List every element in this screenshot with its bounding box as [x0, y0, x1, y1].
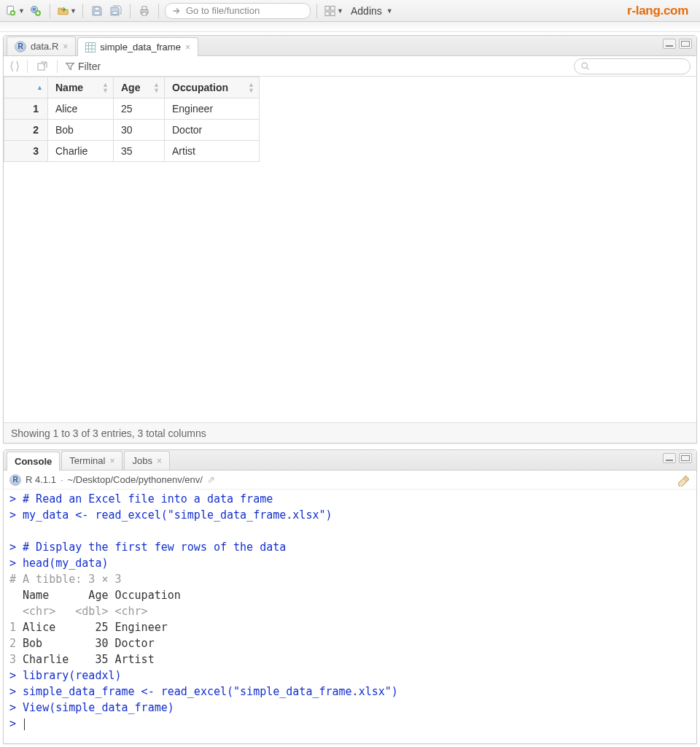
status-text: Showing 1 to 3 of 3 entries, 3 total col… — [11, 427, 206, 439]
new-project-button[interactable]: R — [28, 3, 44, 19]
sort-asc-icon: ▲ — [36, 85, 43, 90]
tab-label: simple_data_frame — [100, 42, 181, 53]
goto-file-function-input[interactable]: Go to file/function — [165, 3, 311, 19]
tab-label: data.R — [31, 41, 58, 52]
popout-button[interactable] — [35, 58, 50, 74]
separator — [27, 60, 28, 73]
source-tabs: R data.R × simple_data_frame × — [4, 36, 696, 56]
nav-arrows: ⟨ ⟩ — [9, 59, 20, 73]
pane-controls — [663, 39, 692, 49]
separator — [82, 4, 83, 18]
data-viewer-status: Showing 1 to 3 of 3 entries, 3 total col… — [4, 422, 696, 443]
console-tabs: Console Terminal × Jobs × — [4, 450, 696, 471]
sort-desc-icon: ▼ — [248, 88, 254, 93]
console-output[interactable]: > # Read an Excel file into a data frame… — [4, 489, 696, 743]
main-toolbar: ▼ R ▼ Go to file/function ▼ Addins ▼ r-l… — [0, 0, 700, 22]
save-button[interactable] — [89, 3, 105, 19]
goto-placeholder: Go to file/function — [186, 5, 260, 16]
tab-label: Console — [15, 456, 52, 467]
svg-rect-5 — [94, 12, 100, 15]
r-icon: R — [9, 474, 21, 486]
print-button[interactable] — [136, 3, 152, 19]
table-row[interactable]: 3Charlie35Artist — [4, 141, 260, 162]
console-path-bar: R R 4.1.1 · ~/Desktop/Code/pythonenv/env… — [4, 471, 696, 489]
save-all-button[interactable] — [108, 3, 124, 19]
pane-controls — [663, 453, 692, 463]
svg-rect-20 — [38, 63, 44, 70]
column-label: Name — [55, 82, 83, 93]
svg-rect-11 — [325, 6, 330, 10]
data-viewer-search[interactable] — [574, 58, 691, 74]
clear-console-button[interactable] — [676, 473, 689, 489]
cell-name: Charlie — [48, 141, 114, 162]
data-table[interactable]: ▲ Name ▲▼ Age ▲▼ Occupation ▲▼ — [4, 77, 696, 422]
tab-label: Jobs — [132, 455, 152, 466]
cell-occupation: Artist — [165, 141, 260, 162]
separator — [50, 4, 50, 18]
cell-age: 25 — [114, 98, 165, 120]
maximize-pane-button[interactable] — [679, 39, 692, 49]
maximize-pane-button[interactable] — [679, 453, 692, 463]
separator-dot: · — [61, 474, 63, 485]
data-frame-icon — [85, 42, 96, 53]
column-header-name[interactable]: Name ▲▼ — [48, 77, 114, 98]
close-icon[interactable]: × — [157, 456, 162, 466]
cell-age: 35 — [114, 141, 165, 162]
close-icon[interactable]: × — [109, 456, 114, 466]
tab-console[interactable]: Console — [7, 452, 60, 471]
row-number-header[interactable]: ▲ — [4, 77, 48, 98]
nav-forward-button[interactable]: ⟩ — [15, 59, 20, 73]
separator — [158, 4, 159, 18]
close-icon[interactable]: × — [185, 42, 190, 53]
row-number: 1 — [4, 98, 48, 120]
svg-rect-14 — [330, 11, 335, 15]
tab-jobs[interactable]: Jobs × — [124, 451, 169, 470]
r-file-icon: R — [15, 41, 26, 53]
sort-desc-icon: ▼ — [102, 88, 109, 93]
new-file-button[interactable]: ▼ — [4, 3, 25, 19]
separator — [57, 60, 58, 73]
svg-rect-15 — [86, 42, 96, 52]
grid-view-button[interactable]: ▼ — [323, 3, 343, 19]
r-version: R 4.1.1 — [26, 474, 56, 485]
svg-rect-13 — [325, 11, 330, 15]
brand-label: r-lang.com — [627, 4, 688, 18]
wd-popout-icon[interactable]: ⇗ — [207, 474, 215, 485]
toolbar-strip — [0, 22, 700, 32]
tab-label: Terminal — [69, 455, 105, 466]
minimize-pane-button[interactable] — [663, 39, 676, 49]
column-header-age[interactable]: Age ▲▼ — [114, 77, 165, 98]
separator — [316, 4, 317, 18]
svg-rect-9 — [142, 7, 147, 9]
row-number: 2 — [4, 120, 48, 141]
minimize-pane-button[interactable] — [663, 453, 676, 463]
tab-data-r[interactable]: R data.R × — [7, 36, 76, 55]
source-pane: R data.R × simple_data_frame × ⟨ ⟩ Filte — [3, 35, 697, 444]
filter-button[interactable]: Filter — [65, 61, 101, 72]
column-header-occupation[interactable]: Occupation ▲▼ — [165, 77, 260, 98]
svg-rect-10 — [142, 12, 147, 15]
addins-menu[interactable]: Addins ▼ — [346, 5, 397, 17]
close-icon[interactable]: × — [63, 42, 68, 52]
svg-rect-7 — [112, 12, 117, 15]
svg-text:R: R — [33, 7, 36, 12]
separator — [130, 4, 131, 18]
cell-name: Bob — [48, 120, 114, 141]
column-label: Age — [121, 82, 140, 93]
filter-label: Filter — [78, 61, 101, 72]
tab-simple-data-frame[interactable]: simple_data_frame × — [77, 37, 198, 56]
sort-desc-icon: ▼ — [153, 88, 160, 93]
tab-terminal[interactable]: Terminal × — [61, 451, 122, 470]
table-row[interactable]: 1Alice25Engineer — [4, 98, 260, 120]
cell-occupation: Engineer — [165, 98, 260, 120]
cell-name: Alice — [48, 98, 114, 120]
open-file-button[interactable]: ▼ — [56, 3, 77, 19]
console-pane: Console Terminal × Jobs × R R 4.1.1 · ~/… — [3, 449, 697, 744]
svg-rect-12 — [330, 6, 335, 10]
table-row[interactable]: 2Bob30Doctor — [4, 120, 260, 141]
row-number: 3 — [4, 141, 48, 162]
cell-occupation: Doctor — [165, 120, 260, 141]
nav-back-button[interactable]: ⟨ — [9, 59, 14, 73]
svg-line-22 — [587, 68, 589, 70]
svg-rect-6 — [95, 7, 99, 10]
